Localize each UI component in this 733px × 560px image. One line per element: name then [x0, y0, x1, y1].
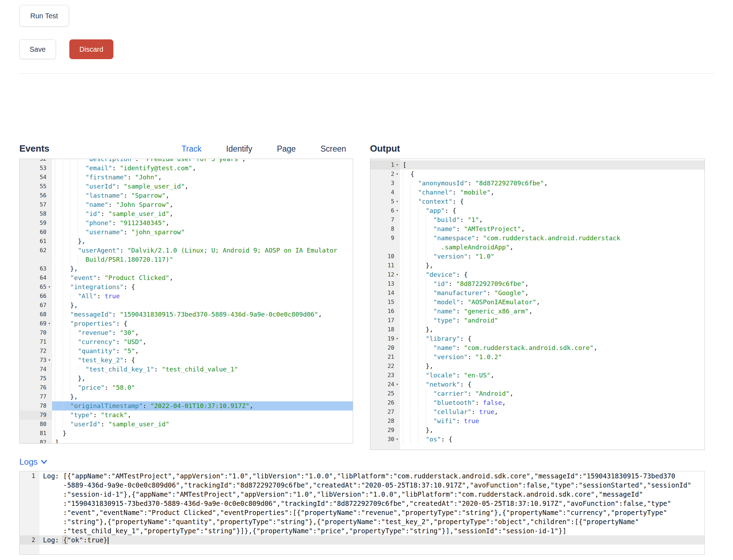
log-text: :"test_child_key_1","propertyType":"stri… [39, 526, 704, 535]
editor-row: 76"price": "58.0" [20, 383, 353, 392]
log-line-number [20, 499, 39, 508]
indent-guide [70, 218, 78, 228]
indent-guide [70, 173, 78, 182]
indent-guide [63, 218, 70, 228]
code-line: "test_child_key_1": "test_child_value_1" [52, 365, 353, 374]
line-number: 80 [20, 420, 52, 429]
code-line: "os": { [400, 435, 704, 444]
fold-arrow-icon[interactable]: ▾ [394, 380, 400, 389]
indent-guide [418, 298, 426, 307]
fold-arrow-icon[interactable]: ▾ [394, 435, 400, 444]
fold-arrow-icon[interactable]: ▾ [46, 282, 52, 292]
tab-page[interactable]: Page [277, 144, 296, 154]
editor-row: 10"version": "1.0" [370, 252, 704, 261]
tab-screen[interactable]: Screen [320, 144, 346, 154]
indent-guide [411, 279, 418, 288]
indent-guide [418, 416, 426, 426]
fold-arrow-icon[interactable]: ▾ [394, 270, 400, 279]
line-number: 55 [20, 182, 52, 191]
code-line: "currency": "USD", [52, 337, 353, 346]
fold-arrow-icon[interactable]: ▾ [394, 170, 400, 179]
indent-guide [403, 362, 411, 371]
indent-guide [70, 346, 78, 356]
editor-row: 65▾"integrations": { [20, 282, 353, 292]
indent-guide [63, 411, 70, 420]
indent-guide [433, 243, 441, 252]
indent-guide [63, 392, 70, 401]
editor-row: 7"build": "1", [370, 215, 704, 224]
text-cursor [108, 537, 108, 544]
indent-guide [403, 252, 411, 261]
editor-row: 27"cellular": true, [370, 407, 704, 416]
indent-guide [411, 298, 418, 307]
fold-arrow-icon[interactable]: ▾ [394, 334, 400, 343]
fold-arrow-icon[interactable]: ▾ [394, 160, 400, 170]
indent-guide [55, 264, 63, 273]
tab-identify[interactable]: Identify [226, 144, 252, 154]
logs-toggle[interactable]: Logs [19, 457, 48, 467]
editor-row: 13"id": "8d872292709c6fbe", [370, 279, 704, 288]
line-number [370, 243, 400, 252]
run-test-button[interactable]: Run Test [19, 5, 69, 27]
log-line-number [20, 517, 39, 526]
editor-row: 52"description": "Premium user for 5 yea… [20, 159, 353, 164]
indent-guide [55, 401, 63, 411]
indent-guide [426, 288, 433, 298]
indent-guide [70, 328, 78, 337]
indent-guide [63, 365, 70, 374]
logs-editor[interactable]: 1Log: [{"appName":"AMTestProject","appVe… [19, 471, 705, 555]
editor-row: 62"userAgent": "Dalvik/2.1.0 (Linux; U; … [20, 246, 353, 255]
indent-guide [403, 224, 411, 234]
code-line: }, [400, 362, 704, 371]
tab-track[interactable]: Track [182, 144, 202, 154]
code-line: }, [52, 301, 353, 310]
indent-guide [403, 179, 411, 188]
editor-row: 18}, [370, 325, 704, 334]
code-line: "context": { [400, 197, 704, 206]
fold-arrow-icon[interactable]: ▾ [394, 197, 400, 206]
log-line-number [20, 481, 39, 490]
event-type-tabs: TrackIdentifyPageScreen [182, 144, 353, 154]
indent-guide [55, 173, 63, 182]
indent-guide [418, 206, 426, 215]
indent-guide [411, 188, 418, 197]
indent-guide [418, 389, 426, 398]
line-number: 9 [370, 234, 400, 243]
events-editor[interactable]: 52"description": "Premium user for 5 yea… [19, 159, 353, 444]
indent-guide [411, 215, 418, 224]
code-line: }, [400, 261, 704, 270]
code-line: "model": "AOSPonIAEmulator", [400, 298, 704, 307]
output-editor-content: 1▾[2▾{3"anonymousId": "8d872292709c6fbe"… [370, 159, 704, 444]
indent-guide [70, 164, 78, 173]
indent-guide [63, 209, 70, 218]
log-text: -5889-436d-9a9e-0c0e0c809d06","trackingI… [39, 481, 704, 490]
output-editor[interactable]: 1▾[2▾{3"anonymousId": "8d872292709c6fbe"… [370, 159, 705, 450]
editor-row: 1▾[ [370, 160, 704, 170]
output-panel: Output 1▾[2▾{3"anonymousId": "8d87229270… [370, 143, 705, 450]
editor-row: 9"namespace": "com.rudderstack.android.r… [370, 234, 704, 243]
indent-guide [403, 426, 411, 435]
code-line: { [400, 170, 704, 179]
line-number [20, 255, 52, 264]
log-text: :"1590431830915-73bed370-5889-436d-9a9e-… [39, 499, 704, 508]
indent-guide [426, 279, 433, 288]
indent-guide [418, 288, 426, 298]
code-line: }, [400, 325, 704, 334]
editor-row: 16"name": "generic_x86_arm", [370, 307, 704, 316]
code-line: Build/PSR1.180720.117)" [52, 255, 353, 264]
line-number: 15 [370, 298, 400, 307]
save-button[interactable]: Save [19, 39, 56, 59]
editor-row: 19▾"library": { [370, 334, 704, 343]
fold-arrow-icon[interactable]: ▾ [46, 319, 52, 328]
fold-arrow-icon[interactable]: ▾ [46, 356, 52, 365]
line-number: 68 [20, 310, 52, 319]
indent-guide [63, 273, 70, 282]
indent-guide [63, 401, 70, 411]
indent-guide [403, 261, 411, 270]
indent-guide [70, 356, 78, 365]
indent-guide [426, 215, 433, 224]
log-row: 2Log: {"ok":true} [20, 535, 704, 545]
fold-arrow-icon[interactable]: ▾ [394, 206, 400, 215]
discard-button[interactable]: Discard [69, 39, 114, 59]
code-line: "name": "AMTestProject", [400, 224, 704, 234]
